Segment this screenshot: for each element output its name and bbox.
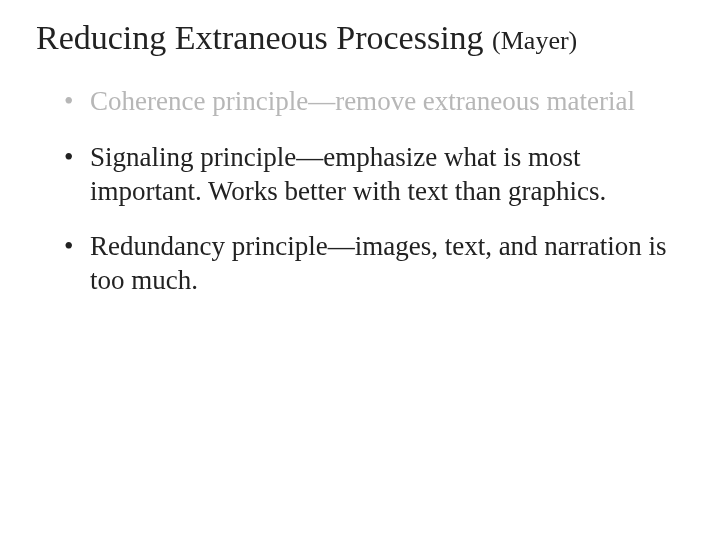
bullet-item: Redundancy principle—images, text, and n…: [64, 230, 684, 298]
title-attribution: (Mayer): [492, 26, 577, 55]
slide: Reducing Extraneous Processing (Mayer) C…: [0, 0, 720, 540]
bullet-text: Signaling principle—emphasize what is mo…: [90, 142, 606, 206]
bullet-list: Coherence principle—remove extraneous ma…: [36, 85, 684, 298]
slide-title: Reducing Extraneous Processing (Mayer): [36, 18, 684, 57]
bullet-text: Coherence principle—remove extraneous ma…: [90, 86, 635, 116]
bullet-item: Signaling principle—emphasize what is mo…: [64, 141, 684, 209]
title-main: Reducing Extraneous Processing: [36, 19, 484, 56]
bullet-item: Coherence principle—remove extraneous ma…: [64, 85, 684, 119]
bullet-text: Redundancy principle—images, text, and n…: [90, 231, 667, 295]
